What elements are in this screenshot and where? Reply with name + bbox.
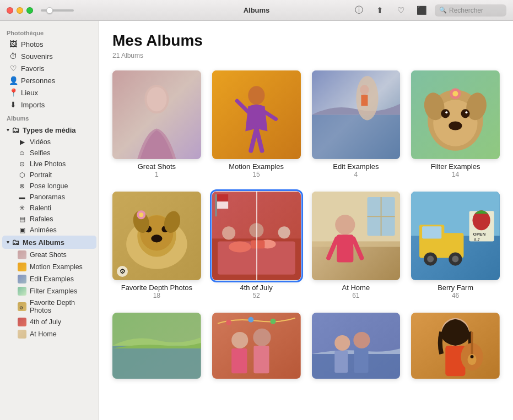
sidebar-item-lieux-label: Lieux (21, 89, 38, 97)
sidebar-item-ralenti-label: Ralenti (30, 204, 51, 212)
album-row3c[interactable] (312, 313, 401, 382)
svg-point-21 (453, 91, 458, 96)
sidebar-item-imports[interactable]: ⬇ Imports (2, 99, 96, 111)
live-photos-icon: ⊙ (18, 160, 26, 168)
sidebar-item-edit-examples-label: Edit Examples (30, 275, 74, 283)
close-button[interactable] (7, 7, 13, 14)
sidebar-item-at-home[interactable]: At Home (2, 328, 96, 340)
sidebar-item-panoramas-label: Panoramas (30, 193, 65, 201)
svg-point-70 (253, 328, 271, 346)
rafales-icon: ▤ (18, 215, 26, 223)
sidebar-item-souvenirs-label: Souvenirs (21, 52, 53, 61)
sidebar-item-selfies-label: Selfies (30, 149, 51, 157)
sidebar-item-favoris[interactable]: ♡ Favoris (2, 62, 96, 74)
album-great-shots[interactable]: Great Shots 1 (112, 70, 201, 178)
search-input[interactable] (449, 7, 502, 14)
svg-text:8-7: 8-7 (474, 238, 480, 242)
album-row3b[interactable] (212, 313, 301, 382)
sidebar: Photothèque 🖼 Photos ⏱ Souvenirs ♡ Favor… (0, 21, 99, 420)
svg-point-16 (461, 109, 470, 118)
sidebar-item-portrait[interactable]: ⬡ Portrait (2, 170, 96, 181)
album-thumb-motion-examples (212, 70, 301, 159)
share-button[interactable]: ⬆ (372, 4, 387, 17)
svg-point-18 (466, 111, 468, 113)
mes-albums-label: Mes Albums (23, 238, 64, 247)
4th-july-thumb (18, 318, 26, 326)
svg-point-41 (278, 226, 290, 238)
album-filter-examples[interactable]: Filter Examples 14 (411, 70, 500, 178)
svg-point-59 (427, 255, 434, 262)
svg-point-51 (335, 215, 355, 234)
sidebar-group-types-toggle[interactable]: ▾ 🗂 Types de média (2, 123, 96, 137)
album-motion-examples[interactable]: Motion Examples 15 (212, 70, 301, 178)
sidebar-item-favorite-depth[interactable]: ⚙ Favorite Depth Photos (2, 297, 96, 316)
window-slider[interactable] (41, 9, 74, 12)
search-box[interactable]: 🔍 (435, 4, 506, 17)
album-berry-farm[interactable]: OPEN 8-7 Berry Farm 46 (411, 192, 500, 299)
sidebar-item-rafales[interactable]: ▤ Rafales (2, 214, 96, 225)
svg-point-8 (360, 85, 369, 95)
great-shots-thumb (18, 250, 26, 259)
sidebar-item-pose-longue[interactable]: ⊗ Pose longue (2, 181, 96, 192)
sidebar-item-motion-examples[interactable]: Motion Examples (2, 261, 96, 273)
info-button[interactable]: ⓘ (351, 4, 366, 17)
svg-point-36 (229, 241, 251, 252)
album-edit-examples[interactable]: Edit Examples 4 (312, 70, 401, 178)
album-at-home[interactable]: At Home 61 (312, 192, 401, 299)
album-thumb-filter-examples (411, 70, 500, 159)
sidebar-item-imports-label: Imports (21, 101, 45, 109)
album-count-edit-examples: 4 (354, 171, 358, 178)
triangle-down-icon: ▾ (7, 127, 9, 133)
album-name-great-shots: Great Shots (138, 162, 176, 171)
sidebar-item-lieux[interactable]: 📍 Lieux (2, 86, 96, 99)
album-row3a[interactable] (112, 313, 201, 382)
portrait-icon: ⬡ (18, 171, 26, 179)
videos-icon: ▶ (18, 138, 26, 146)
heart-button[interactable]: ♡ (393, 4, 408, 17)
sidebar-item-souvenirs[interactable]: ⏱ Souvenirs (2, 50, 96, 62)
sidebar-item-videos[interactable]: ▶ Vidéos (2, 137, 96, 148)
svg-point-15 (441, 109, 450, 118)
sidebar-item-panoramas[interactable]: ▬ Panoramas (2, 192, 96, 203)
airplay-button[interactable]: ⬛ (414, 4, 429, 17)
svg-point-17 (446, 111, 448, 113)
sidebar-item-live-photos[interactable]: ⊙ Live Photos (2, 159, 96, 170)
svg-rect-71 (231, 348, 247, 373)
sidebar-group-mes-albums-toggle[interactable]: ▾ 🗂 Mes Albums (2, 236, 96, 249)
album-count-at-home: 61 (352, 292, 359, 299)
sidebar-item-personnes[interactable]: 👤 Personnes (2, 74, 96, 86)
sidebar-item-4th-july[interactable]: 4th of July (2, 316, 96, 328)
window-title: Albums (244, 6, 270, 14)
svg-point-74 (248, 317, 253, 322)
sidebar-item-rafales-label: Rafales (30, 215, 53, 223)
sidebar-item-photos[interactable]: 🖼 Photos (2, 38, 96, 50)
album-count-great-shots: 1 (155, 171, 159, 178)
triangle-down-icon-2: ▾ (7, 239, 9, 245)
svg-rect-57 (422, 226, 441, 238)
sidebar-item-ralenti[interactable]: ✳ Ralenti (2, 203, 96, 214)
sidebar-item-animees[interactable]: ▣ Animées (2, 225, 96, 236)
svg-point-39 (222, 226, 235, 239)
sidebar-item-favorite-depth-label: Favorite Depth Photos (30, 299, 92, 314)
sidebar-item-filter-examples-label: Filter Examples (30, 287, 77, 295)
folder-icon: 🗂 (12, 126, 19, 134)
toolbar-actions: ⓘ ⬆ ♡ ⬛ 🔍 (351, 4, 506, 17)
album-4th-of-july[interactable]: 4th of July 52 (212, 192, 301, 299)
animees-icon: ▣ (18, 226, 26, 234)
album-thumb-row3c (312, 313, 401, 379)
minimize-button[interactable] (17, 7, 23, 14)
pose-longue-icon: ⊗ (18, 182, 26, 190)
album-row3d[interactable] (411, 313, 500, 382)
album-name-edit-examples: Edit Examples (333, 162, 379, 171)
sidebar-item-filter-examples[interactable]: Filter Examples (2, 285, 96, 297)
mes-albums-folder-icon: 🗂 (12, 238, 19, 247)
sidebar-item-favoris-label: Favoris (21, 64, 45, 73)
souvenirs-icon: ⏱ (9, 52, 18, 61)
album-favorite-depth[interactable]: ⚙ Favorite Depth Photos 18 (112, 192, 201, 299)
album-count-4th-of-july: 52 (252, 292, 260, 299)
sidebar-item-great-shots[interactable]: Great Shots (2, 249, 96, 261)
sidebar-item-at-home-label: At Home (30, 330, 57, 338)
sidebar-item-selfies[interactable]: ☺ Selfies (2, 148, 96, 159)
maximize-button[interactable] (26, 7, 33, 14)
sidebar-item-edit-examples[interactable]: Edit Examples (2, 273, 96, 285)
